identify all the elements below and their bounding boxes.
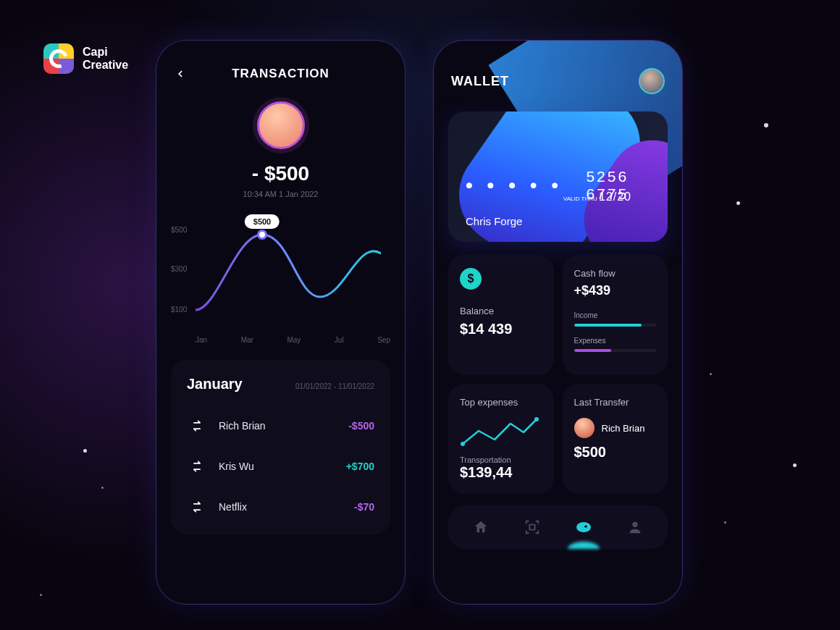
chart-xtick: Jul xyxy=(335,336,344,344)
chart-xtick: Jan xyxy=(196,336,207,344)
transaction-datetime: 10:34 AM 1 Jan 2022 xyxy=(171,190,390,198)
chart-ytick: $500 xyxy=(171,226,187,234)
transfer-icon xyxy=(187,497,207,517)
bottom-nav xyxy=(448,505,668,549)
transaction-amount: +$700 xyxy=(346,461,374,472)
cashflow-value: +$439 xyxy=(574,283,657,298)
svg-point-1 xyxy=(534,417,539,421)
transactions-panel: January 01/01/2022 - 11/01/2022 Rich Bri… xyxy=(171,360,390,534)
nav-wallet-icon[interactable] xyxy=(575,518,592,536)
transaction-title: TRANSACTION xyxy=(232,67,329,81)
profile-avatar[interactable] xyxy=(639,68,665,94)
brand-line1: Capi xyxy=(83,46,128,59)
transfer-icon xyxy=(187,456,207,476)
chart-ytick: $300 xyxy=(171,265,187,273)
balance-label: Balance xyxy=(460,306,542,316)
transaction-name: Kris Wu xyxy=(219,461,335,472)
brand-logo: Capi Creative xyxy=(43,43,128,74)
card-valid-label: VALID THRU xyxy=(563,196,597,202)
credit-card[interactable]: • • • • • • • • 5256 6775 VALID THRU 12/… xyxy=(448,112,668,242)
wallet-title: WALLET xyxy=(451,74,509,89)
chart-xtick: Mar xyxy=(241,336,253,344)
transfer-amount: $500 xyxy=(574,444,657,461)
transfer-icon xyxy=(187,416,207,436)
transaction-screen: TRANSACTION - $500 10:34 AM 1 Jan 2022 $… xyxy=(156,40,406,605)
svg-point-5 xyxy=(632,522,637,527)
expense-value: $139,44 xyxy=(460,464,542,481)
transaction-row[interactable]: Rich Brian -$500 xyxy=(187,406,374,446)
expenses-bar xyxy=(574,349,611,352)
transaction-amount: - $500 xyxy=(171,162,390,185)
transaction-name: Rich Brian xyxy=(219,420,337,432)
last-transfer-tile[interactable]: Last Transfer Rich Brian $500 xyxy=(563,384,668,494)
transactions-date-range: 01/01/2022 - 11/01/2022 xyxy=(295,382,374,390)
chart-ytick: $100 xyxy=(171,306,187,314)
chart-marker-label: $500 xyxy=(245,214,280,229)
chart-xtick: May xyxy=(287,336,301,344)
cashflow-label: Cash flow xyxy=(574,268,657,279)
last-transfer-label: Last Transfer xyxy=(574,397,657,408)
chart-highlight-dot[interactable] xyxy=(257,230,267,240)
balance-value: $14 439 xyxy=(460,321,542,337)
income-label: Income xyxy=(574,311,657,319)
dollar-icon: $ xyxy=(460,268,482,290)
svg-rect-2 xyxy=(529,524,534,529)
transactions-month: January xyxy=(187,376,243,392)
transfer-avatar xyxy=(574,418,595,438)
svg-point-0 xyxy=(461,442,465,446)
card-valid-date: 12/20 xyxy=(599,190,631,203)
brand-mark xyxy=(43,43,74,74)
nav-scan-icon[interactable] xyxy=(524,518,541,536)
spending-chart[interactable]: $500 $300 $100 $500 xyxy=(171,224,390,319)
income-bar xyxy=(574,324,642,327)
chart-xtick: Sep xyxy=(377,336,390,344)
svg-point-4 xyxy=(584,526,587,528)
top-expenses-tile[interactable]: Top expenses Transportation $139,44 xyxy=(448,384,554,494)
expense-category: Transportation xyxy=(460,455,542,464)
transfer-name: Rich Brian xyxy=(602,423,645,434)
nav-home-icon[interactable] xyxy=(472,518,490,536)
nav-profile-icon[interactable] xyxy=(626,518,644,536)
contact-avatar[interactable] xyxy=(257,101,305,149)
cashflow-tile[interactable]: Cash flow +$439 Income Expenses xyxy=(563,255,668,375)
transaction-amount: -$70 xyxy=(354,501,374,513)
transaction-name: Netflix xyxy=(219,501,343,513)
transaction-amount: -$500 xyxy=(348,420,374,432)
brand-line2: Creative xyxy=(83,59,128,72)
card-holder-name: Chris Forge xyxy=(466,215,522,227)
svg-point-3 xyxy=(576,522,591,532)
transaction-row[interactable]: Kris Wu +$700 xyxy=(187,446,374,487)
transaction-row[interactable]: Netflix -$70 xyxy=(187,487,374,527)
back-button[interactable] xyxy=(175,66,185,83)
expenses-label: Expenses xyxy=(574,337,657,345)
top-expenses-label: Top expenses xyxy=(460,397,542,408)
balance-tile[interactable]: $ Balance $14 439 xyxy=(448,255,554,375)
wallet-screen: WALLET • • • • • • • • 5256 6775 VALID T… xyxy=(433,40,683,605)
